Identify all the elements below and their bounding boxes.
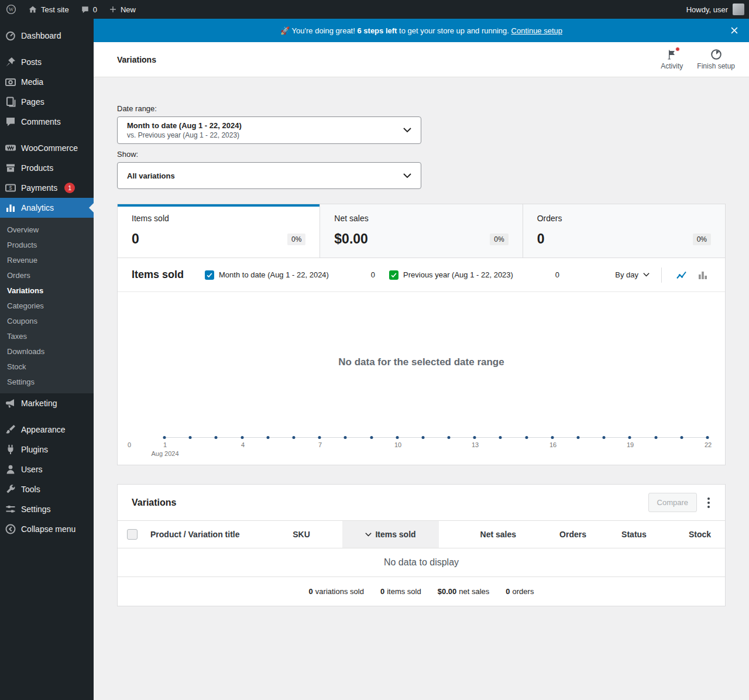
avatar — [733, 4, 744, 15]
sidebar-item-tools[interactable]: Tools — [0, 479, 94, 499]
date-range-value: Month to date (Aug 1 - 22, 2024) — [127, 121, 403, 130]
sidebar-item-marketing[interactable]: Marketing — [0, 393, 94, 413]
collapse-menu-button[interactable]: Collapse menu — [0, 519, 94, 539]
x-axis-tick: 7 — [318, 441, 322, 448]
submenu-item-products[interactable]: Products — [0, 237, 94, 252]
sidebar-item-media[interactable]: Media — [0, 72, 94, 92]
sidebar-item-products[interactable]: Products — [0, 158, 94, 178]
date-range-compare: vs. Previous year (Aug 1 - 22, 2023) — [127, 131, 403, 139]
legend-item-current-period[interactable]: Month to date (Aug 1 - 22, 2024) 0 — [200, 266, 380, 284]
sidebar-item-dashboard[interactable]: Dashboard — [0, 26, 94, 46]
submenu-item-overview[interactable]: Overview — [0, 222, 94, 237]
sidebar-item-payments[interactable]: $ Payments 1 — [0, 178, 94, 198]
sidebar-item-settings[interactable]: Settings — [0, 499, 94, 519]
divider — [661, 267, 662, 283]
chart-panel: Items sold 0 0% Net sales $0.00 0% — [117, 204, 726, 465]
continue-setup-link[interactable]: Continue setup — [511, 26, 562, 35]
legend-item-previous-period[interactable]: Previous year (Aug 1 - 22, 2023) 0 — [384, 266, 564, 284]
column-header-sku[interactable]: SKU — [260, 521, 342, 548]
chart-baseline-dots — [164, 437, 707, 438]
interval-select[interactable]: By day — [610, 267, 654, 283]
submenu-item-orders[interactable]: Orders — [0, 267, 94, 283]
submenu-item-categories[interactable]: Categories — [0, 298, 94, 313]
sidebar-item-appearance[interactable]: Appearance — [0, 420, 94, 440]
column-header-orders[interactable]: Orders — [530, 521, 600, 548]
finish-setup-button[interactable]: Finish setup — [690, 45, 742, 74]
plus-icon — [109, 5, 117, 13]
sidebar-item-users[interactable]: Users — [0, 459, 94, 479]
line-chart-toggle[interactable] — [674, 267, 690, 283]
x-axis-tick: 1 — [163, 441, 167, 448]
new-content-button[interactable]: New — [103, 0, 142, 19]
account-menu[interactable]: Howdy, user — [686, 4, 749, 15]
variations-table-panel: Variations Compare Product / Variation t… — [117, 484, 726, 606]
pin-icon — [5, 56, 16, 68]
page-header: Variations Activity Finish setup — [94, 42, 749, 77]
compare-button[interactable]: Compare — [648, 493, 697, 512]
x-axis-tick: 13 — [472, 441, 479, 448]
new-label: New — [121, 5, 136, 14]
chart-header: Items sold Month to date (Aug 1 - 22, 20… — [118, 258, 725, 292]
column-header-items-sold[interactable]: Items sold — [342, 521, 439, 548]
column-header-net-sales[interactable]: Net sales — [439, 521, 530, 548]
sliders-icon — [5, 503, 16, 515]
line-chart-icon — [676, 269, 688, 281]
chevron-down-icon — [403, 128, 411, 133]
delta-badge: 0% — [693, 234, 711, 245]
wordpress-logo[interactable]: W — [0, 0, 22, 19]
payments-notification-badge: 1 — [64, 183, 75, 193]
checkbox-checked-icon — [389, 270, 398, 280]
megaphone-icon — [5, 397, 16, 409]
submenu-item-revenue[interactable]: Revenue — [0, 252, 94, 267]
chart-title: Items sold — [132, 269, 184, 281]
admin-sidebar: Dashboard Posts Media Pages Comments Woo… — [0, 19, 94, 700]
sidebar-item-woocommerce[interactable]: WooCommerce — [0, 138, 94, 158]
howdy-text: Howdy, user — [686, 5, 728, 14]
checkbox-checked-icon — [205, 270, 214, 280]
column-header-stock[interactable]: Stock — [668, 521, 725, 548]
sidebar-item-plugins[interactable]: Plugins — [0, 440, 94, 459]
comments-shortcut[interactable]: 0 — [75, 0, 103, 19]
table-totals-row: 0variations sold 0items sold $0.00net sa… — [118, 577, 725, 606]
bar-chart-toggle[interactable] — [695, 267, 711, 283]
camera-icon — [5, 76, 16, 88]
summary-tab-items-sold[interactable]: Items sold 0 0% — [118, 204, 319, 258]
svg-text:$: $ — [9, 185, 12, 191]
activity-button[interactable]: Activity — [654, 45, 690, 74]
summary-tabs: Items sold 0 0% Net sales $0.00 0% — [118, 204, 725, 258]
select-all-checkbox[interactable] — [127, 529, 138, 540]
wordpress-icon: W — [6, 4, 16, 15]
show-dropdown[interactable]: All variations — [117, 162, 421, 189]
date-range-label: Date range: — [117, 104, 726, 113]
site-name-link[interactable]: Test site — [22, 0, 75, 19]
y-axis-zero-label: 0 — [128, 441, 131, 448]
submenu-item-coupons[interactable]: Coupons — [0, 313, 94, 328]
bar-chart-icon — [5, 202, 16, 214]
column-header-title[interactable]: Product / Variation title — [147, 521, 260, 548]
date-range-dropdown[interactable]: Month to date (Aug 1 - 22, 2024) vs. Pre… — [117, 116, 421, 144]
table-title: Variations — [132, 497, 648, 508]
analytics-submenu: Overview Products Revenue Orders Variati… — [0, 218, 94, 393]
table-menu-button[interactable] — [702, 494, 716, 512]
submenu-item-settings[interactable]: Settings — [0, 374, 94, 389]
submenu-item-downloads[interactable]: Downloads — [0, 344, 94, 359]
collapse-arrow-icon — [5, 523, 16, 535]
x-axis-month-label: Aug 2024 — [151, 450, 178, 457]
sidebar-item-posts[interactable]: Posts — [0, 52, 94, 72]
submenu-item-stock[interactable]: Stock — [0, 359, 94, 374]
setup-banner: 🚀 You're doing great! 6 steps left to ge… — [94, 19, 749, 42]
sidebar-item-analytics[interactable]: Analytics — [0, 198, 94, 218]
summary-tab-orders[interactable]: Orders 0 0% — [523, 204, 725, 258]
close-icon[interactable] — [728, 24, 741, 37]
summary-tab-net-sales[interactable]: Net sales $0.00 0% — [319, 204, 522, 258]
delta-badge: 0% — [287, 234, 305, 245]
show-value: All variations — [127, 171, 403, 180]
submenu-item-variations[interactable]: Variations — [0, 283, 94, 298]
submenu-item-taxes[interactable]: Taxes — [0, 328, 94, 344]
sidebar-item-pages[interactable]: Pages — [0, 92, 94, 112]
brush-icon — [5, 424, 16, 435]
setup-progress-icon — [710, 49, 722, 60]
sidebar-item-comments[interactable]: Comments — [0, 112, 94, 132]
dashboard-icon — [5, 30, 16, 42]
x-axis-tick: 16 — [549, 441, 556, 448]
